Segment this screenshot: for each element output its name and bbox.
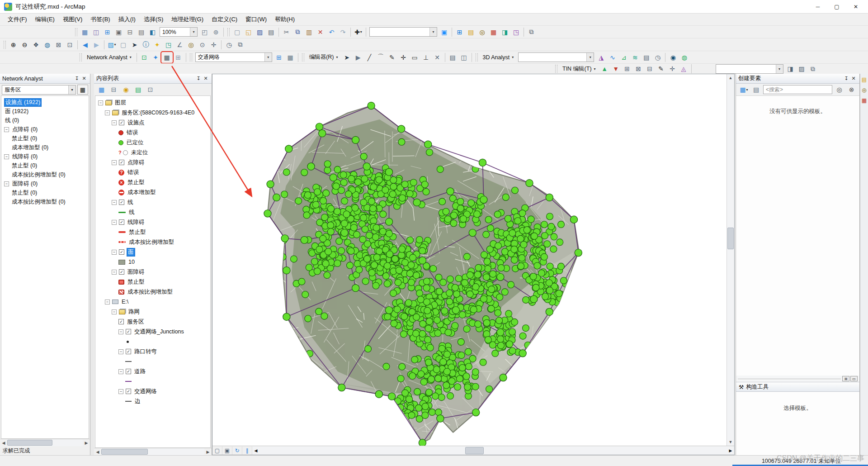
- toolbar-grip[interactable]: [190, 53, 192, 62]
- network-analyst-menu[interactable]: Network Analyst: [84, 53, 135, 62]
- search-tab-icon[interactable]: ◎: [862, 87, 866, 93]
- expander-icon[interactable]: −: [112, 270, 117, 275]
- scroll-down-icon[interactable]: ▼: [727, 438, 734, 446]
- back-extent-icon[interactable]: ◀: [80, 40, 90, 50]
- go-to-xy-icon[interactable]: ✛: [208, 40, 219, 50]
- point-tool-icon[interactable]: ✛: [398, 52, 409, 62]
- menu-item-2[interactable]: 视图(V): [59, 14, 86, 25]
- pin-icon[interactable]: ↧: [195, 75, 202, 82]
- na-tree-row[interactable]: 成本按比例增加型 (0): [1, 170, 89, 179]
- fixed-zoom-out-icon[interactable]: ⊡: [65, 40, 75, 50]
- zoom-in-icon[interactable]: ⊕: [8, 40, 19, 50]
- layer-checkbox[interactable]: ✓: [118, 319, 124, 324]
- expander-icon[interactable]: −: [118, 389, 123, 394]
- template-filter-icon[interactable]: ▤: [751, 85, 761, 95]
- toc-tree-row[interactable]: −✓交通网络_Junctions: [95, 327, 210, 337]
- menu-item-1[interactable]: 编辑(E): [31, 14, 59, 25]
- html-popup-icon[interactable]: ◳: [163, 40, 174, 50]
- toc-tree-row[interactable]: 10: [95, 257, 210, 267]
- list-by-drawing-order-icon[interactable]: ▦: [96, 85, 107, 95]
- toolbar-grip[interactable]: [80, 53, 82, 62]
- network-identify-icon[interactable]: ⊞: [274, 52, 284, 62]
- print-preview-icon[interactable]: ◰: [199, 27, 210, 37]
- toolbar-grip[interactable]: [476, 53, 478, 62]
- close-icon[interactable]: ✕: [202, 75, 209, 82]
- toc-tree-row[interactable]: 成本按比例增加型: [95, 287, 210, 297]
- expander-icon[interactable]: −: [112, 220, 117, 225]
- toc-window-icon[interactable]: ⊞: [454, 27, 465, 37]
- na-tree-row[interactable]: 成本增加型 (0): [1, 143, 89, 152]
- toc-tree-row[interactable]: 错误: [95, 128, 210, 138]
- expander-icon[interactable]: −: [4, 154, 9, 159]
- chevron-down-icon[interactable]: ▾: [264, 53, 272, 62]
- zoom-100-icon[interactable]: ▣: [113, 27, 124, 37]
- template-organize-icon[interactable]: ▦▾: [739, 85, 749, 95]
- menu-item-5[interactable]: 选择(S): [140, 14, 167, 25]
- expand-templates-icon[interactable]: ⊞: [842, 376, 849, 381]
- edit-vertices-icon[interactable]: ▭: [410, 52, 420, 62]
- toolbar-grip[interactable]: [302, 53, 304, 62]
- save-icon[interactable]: ▨: [255, 27, 265, 37]
- chevron-down-icon[interactable]: ▾: [776, 65, 783, 73]
- 3d-analyst-menu[interactable]: 3D Analyst: [480, 53, 517, 62]
- collapse-templates-icon[interactable]: ▭: [850, 376, 858, 381]
- contour-icon[interactable]: ▤: [641, 52, 651, 62]
- expander-icon[interactable]: −: [112, 200, 117, 205]
- network-dataset-combo[interactable]: 交通网络▾: [195, 52, 272, 62]
- catalog-tab-icon[interactable]: ▤: [862, 76, 867, 83]
- tin-breakline-icon[interactable]: ⊠: [633, 64, 644, 74]
- list-by-source-icon[interactable]: ⊟: [108, 85, 119, 95]
- effects-contrast-icon[interactable]: ◨: [785, 64, 796, 74]
- list-by-selection-icon[interactable]: ▤: [133, 85, 143, 95]
- expander-icon[interactable]: −: [118, 349, 123, 354]
- na-tree-row[interactable]: −面障碍 (0): [1, 179, 89, 188]
- toolbar-grip[interactable]: [75, 28, 77, 36]
- undo-icon[interactable]: ↶: [326, 27, 337, 37]
- toc-options-icon[interactable]: ⊡: [145, 85, 156, 95]
- scroll-left-icon[interactable]: ◀: [252, 447, 259, 454]
- cut-icon[interactable]: ✂: [281, 27, 292, 37]
- layer-checkbox[interactable]: ✓: [126, 369, 131, 374]
- effects-transparency-icon[interactable]: ⧉: [808, 64, 818, 74]
- toc-tree-row[interactable]: ?错误: [95, 167, 210, 177]
- scroll-left-icon[interactable]: ◀: [94, 448, 101, 456]
- chevron-down-icon[interactable]: ▾: [190, 28, 197, 36]
- editor-check-icon[interactable]: ▣: [439, 27, 449, 37]
- modelbuilder-icon[interactable]: ◳: [511, 27, 521, 37]
- toc-tree-row[interactable]: 成本增加型: [95, 187, 210, 197]
- data-frame-icon[interactable]: ▦: [80, 27, 90, 37]
- hyperlink-icon[interactable]: ✦: [152, 40, 162, 50]
- pan-icon[interactable]: ❖: [31, 40, 41, 50]
- toc-tree-row[interactable]: −✓设施点: [95, 118, 210, 128]
- straight-segment-icon[interactable]: ╱: [364, 52, 375, 62]
- tin-add-icon[interactable]: ✛: [667, 64, 678, 74]
- catalog-window-icon[interactable]: ▤: [466, 27, 476, 37]
- hscroll-thumb[interactable]: [465, 447, 484, 454]
- menu-item-8[interactable]: 窗口(W): [241, 14, 271, 25]
- toc-tree-row[interactable]: −✓线: [95, 197, 210, 207]
- vscroll-thumb[interactable]: [727, 228, 734, 249]
- layer-checkbox[interactable]: ✓: [119, 160, 124, 165]
- build-network-icon[interactable]: ▦: [285, 52, 296, 62]
- search-clear-icon[interactable]: ⊗: [846, 85, 857, 95]
- minimize-button[interactable]: ─: [808, 0, 827, 13]
- template-search-input[interactable]: [763, 85, 832, 94]
- paste-icon[interactable]: ▥: [304, 27, 314, 37]
- menu-item-0[interactable]: 文件(F): [4, 14, 31, 25]
- toc-hscrollbar[interactable]: ◀ ▶: [94, 448, 212, 455]
- na-tree-row[interactable]: 成本按比例增加型 (0): [1, 197, 89, 206]
- time-slider-icon[interactable]: ◷: [224, 40, 234, 50]
- expander-icon[interactable]: −: [4, 127, 9, 132]
- clear-selection-icon[interactable]: ▢: [118, 40, 128, 50]
- na-tree-row[interactable]: 面 (1922): [1, 107, 89, 116]
- create-network-location-icon[interactable]: ⊡: [139, 52, 150, 62]
- open-document-icon[interactable]: ◱: [243, 27, 254, 37]
- toc-tree-row[interactable]: ✓服务区: [95, 317, 210, 327]
- reshape-icon[interactable]: ⊥: [421, 52, 431, 62]
- expander-icon[interactable]: −: [118, 329, 123, 334]
- new-document-icon[interactable]: ▢: [232, 27, 242, 37]
- tin-add-node-icon[interactable]: ▲: [599, 64, 610, 74]
- close-icon[interactable]: ✕: [80, 75, 88, 82]
- interpolate-line-icon[interactable]: ∿: [607, 52, 618, 62]
- scroll-right-icon[interactable]: ▶: [204, 448, 212, 456]
